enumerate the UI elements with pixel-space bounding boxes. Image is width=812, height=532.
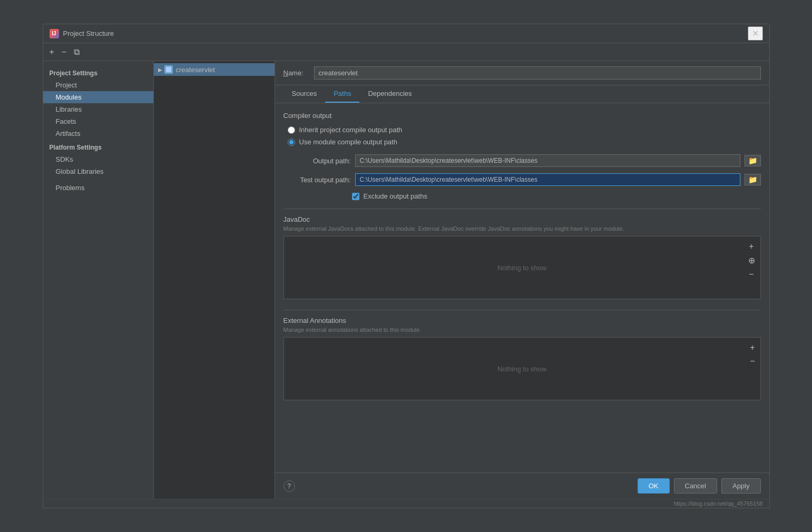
project-structure-dialog: IJ Project Structure ✕ + − ⧉ Project Set… [43,24,770,508]
tab-sources[interactable]: Sources [283,85,326,103]
add-button[interactable]: + [47,46,56,58]
cancel-button[interactable]: Cancel [674,478,717,494]
tab-paths[interactable]: Paths [325,85,359,103]
tab-dependencies[interactable]: Dependencies [359,85,420,103]
name-bar: Name: [275,61,769,85]
sidebar-item-project[interactable]: Project [43,79,153,91]
exclude-checkbox-row: Exclude output paths [352,192,761,200]
help-button[interactable]: ? [283,480,295,492]
javadoc-panel: Nothing to show + ⊕ − [283,236,761,299]
sidebar-item-sdks[interactable]: SDKs [43,153,153,165]
footer-right: OK Cancel Apply [638,478,761,494]
output-path-input[interactable] [355,154,740,167]
app-icon: IJ [50,29,59,38]
exclude-checkbox[interactable] [352,193,359,200]
test-output-path-input[interactable] [355,173,740,186]
use-module-radio[interactable] [288,139,295,146]
status-bar: https://blog.csdn.net/qq_45765158 [43,499,769,508]
annotations-actions: + − [749,342,756,367]
inherit-radio-label: Inherit project compile output path [299,126,403,134]
project-settings-label: Project Settings [43,67,153,79]
sidebar-item-global-libraries[interactable]: Global Libraries [43,165,153,178]
annotations-remove-button[interactable]: − [749,356,756,367]
javadoc-add-button[interactable]: + [747,241,756,252]
remove-button[interactable]: − [60,46,69,58]
test-output-path-row: Test output path: 📁 [288,173,761,186]
annotations-empty: Nothing to show [497,365,546,373]
sidebar-item-facets[interactable]: Facets [43,115,153,127]
javadoc-add-url-button[interactable]: ⊕ [747,254,756,267]
toolbar: + − ⧉ [43,43,769,61]
footer: ? OK Cancel Apply [275,472,769,499]
sidebar-item-modules[interactable]: Modules [43,91,153,103]
inherit-radio[interactable] [288,126,295,134]
svg-rect-0 [166,67,171,72]
use-module-radio-label: Use module compile output path [299,138,397,146]
copy-button[interactable]: ⧉ [72,46,82,58]
exclude-checkbox-label: Exclude output paths [364,192,427,200]
name-label: Name: [283,69,310,77]
test-output-path-label: Test output path: [288,176,351,184]
annotations-add-button[interactable]: + [749,342,756,353]
test-output-path-browse-button[interactable]: 📁 [745,174,761,185]
output-path-label: Output path: [288,157,351,165]
sidebar-item-problems[interactable]: Problems [43,182,153,194]
tree-arrow-icon: ▶ [158,67,162,73]
status-url: https://blog.csdn.net/qq_45765158 [674,500,763,507]
annotations-label: External Annotations [283,317,761,324]
platform-settings-label: Platform Settings [43,142,153,153]
divider-1 [283,209,761,209]
javadoc-section: JavaDoc Manage external JavaDocs attache… [283,215,761,299]
name-input[interactable] [314,66,761,80]
javadoc-label: JavaDoc [283,215,761,223]
annotations-panel: Nothing to show + − [283,337,761,400]
dialog-title: Project Structure [63,29,748,37]
divider-2 [283,310,761,310]
radio-group: Inherit project compile output path Use … [283,126,761,146]
titlebar: IJ Project Structure ✕ [43,24,769,43]
compiler-output-label: Compiler output [283,112,761,120]
tabs: Sources Paths Dependencies [275,85,769,103]
javadoc-remove-button[interactable]: − [747,269,756,280]
output-path-row: Output path: 📁 [288,154,761,167]
module-tree: ▶ createservlet [154,61,275,499]
output-path-browse-button[interactable]: 📁 [745,155,761,166]
sidebar: Project Settings Project Modules Librari… [43,61,154,499]
module-name: createservlet [176,66,215,74]
module-icon [164,65,173,74]
annotations-desc: Manage external annotations attached to … [283,327,761,333]
ok-button[interactable]: OK [638,478,670,494]
module-tree-item[interactable]: ▶ createservlet [154,63,275,76]
footer-left: ? [283,480,295,492]
content-area: Project Settings Project Modules Librari… [43,61,769,499]
apply-button[interactable]: Apply [721,478,761,494]
main-panel: Name: Sources Paths Dependencies Comp [275,61,769,499]
annotations-section: External Annotations Manage external ann… [283,317,761,400]
use-module-radio-item[interactable]: Use module compile output path [288,138,761,146]
javadoc-desc: Manage external JavaDocs attached to thi… [283,225,761,232]
javadoc-actions: + ⊕ − [747,241,756,280]
panel-content: Compiler output Inherit project compile … [275,103,769,472]
inherit-radio-item[interactable]: Inherit project compile output path [288,126,761,134]
close-button[interactable]: ✕ [748,26,763,41]
sidebar-item-libraries[interactable]: Libraries [43,103,153,115]
sidebar-item-artifacts[interactable]: Artifacts [43,127,153,140]
javadoc-empty: Nothing to show [497,264,546,272]
